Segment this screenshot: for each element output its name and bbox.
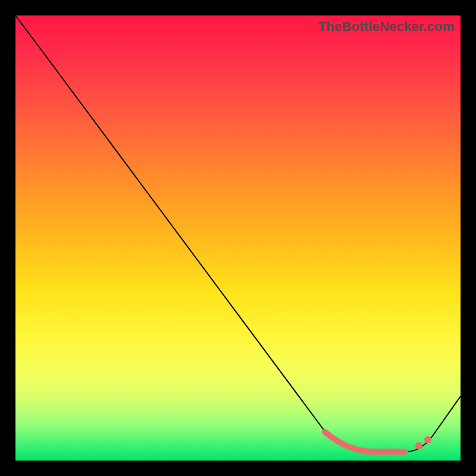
optimal-range-highlight — [325, 432, 405, 452]
chart-frame: TheBottleNecker.com — [0, 0, 476, 476]
highlight-dot — [424, 436, 431, 443]
plot-area: TheBottleNecker.com — [15, 15, 461, 461]
curve-path — [15, 15, 461, 452]
bottleneck-curve — [15, 15, 461, 461]
highlight-dot — [415, 442, 422, 449]
